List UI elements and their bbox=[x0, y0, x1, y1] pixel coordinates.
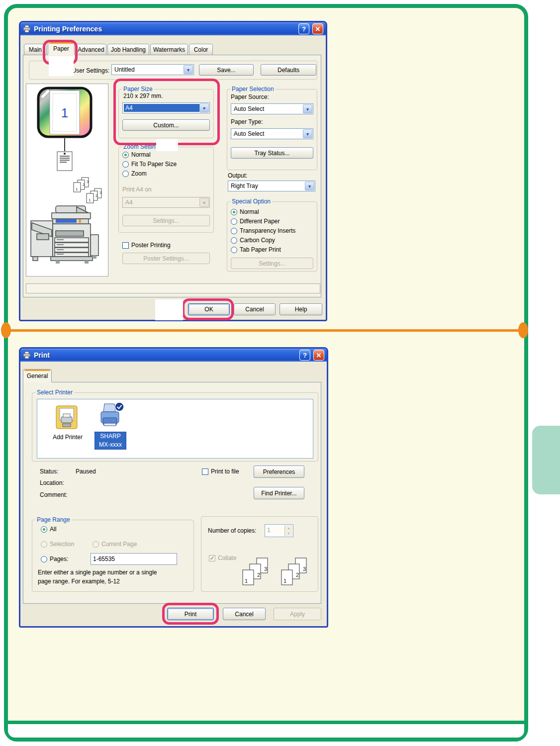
transparency-inserts-radio[interactable] bbox=[231, 228, 237, 234]
callout-erase-patch bbox=[156, 139, 178, 151]
preferences-button[interactable]: Preferences bbox=[254, 466, 304, 478]
poster-printing-checkbox[interactable] bbox=[122, 242, 129, 249]
ok-button[interactable]: OK bbox=[188, 303, 230, 315]
user-settings-combo[interactable]: Untitled ▾ bbox=[111, 64, 194, 75]
paper-type-combo[interactable]: Auto Select ▾ bbox=[231, 128, 313, 139]
page-range-legend: Page Range bbox=[37, 516, 70, 523]
spin-up-icon[interactable]: ▲ bbox=[287, 527, 290, 530]
paper-size-legend: Paper Size bbox=[123, 86, 153, 93]
zoom-radio[interactable] bbox=[122, 171, 129, 177]
collate-illustration: 3 2 1 3 2 1 bbox=[242, 557, 317, 592]
print-button[interactable]: Print bbox=[167, 608, 214, 620]
svg-text:2: 2 bbox=[257, 572, 260, 578]
callout-erase-patch-tab bbox=[49, 56, 74, 76]
output-combo[interactable]: Right Tray ▾ bbox=[228, 181, 315, 191]
zoom-setting-legend: Zoom Settin bbox=[123, 143, 156, 150]
add-printer-icon[interactable] bbox=[54, 404, 80, 432]
tab-main[interactable]: Main bbox=[24, 44, 47, 55]
chevron-down-icon: ▾ bbox=[199, 198, 209, 207]
zoom-normal-radio[interactable] bbox=[122, 152, 129, 158]
divider-left-dot bbox=[1, 322, 11, 338]
user-settings-value: Untitled bbox=[113, 66, 184, 74]
cancel-button[interactable]: Cancel bbox=[223, 608, 266, 620]
current-page-radio bbox=[93, 541, 99, 548]
special-normal-radio[interactable] bbox=[231, 209, 237, 215]
tab-color[interactable]: Color bbox=[189, 44, 213, 55]
paper-size-value: A4 bbox=[124, 104, 199, 112]
printer-illustration bbox=[27, 204, 101, 276]
copies-stepper[interactable]: 1 ▲ ▼ bbox=[265, 524, 293, 537]
pages-input[interactable]: 1-65535 bbox=[91, 553, 177, 565]
status-progress-bar bbox=[26, 283, 320, 293]
chevron-down-icon[interactable]: ▾ bbox=[303, 104, 312, 113]
zoom-label: Zoom bbox=[131, 170, 147, 177]
close-icon[interactable]: ✕ bbox=[312, 23, 323, 34]
defaults-button[interactable]: Defaults bbox=[261, 64, 316, 76]
fit-to-paper-radio[interactable] bbox=[122, 161, 129, 168]
tray-status-button[interactable]: Tray Status... bbox=[231, 147, 313, 159]
fit-to-paper-label: Fit To Paper Size bbox=[131, 161, 177, 168]
number-of-copies-label: Number of copies: bbox=[208, 527, 256, 534]
custom-button[interactable]: Custom... bbox=[122, 119, 210, 131]
dialog-title: Printing Preferences bbox=[34, 25, 102, 33]
paper-size-combo[interactable]: A4 ▾ bbox=[122, 102, 210, 113]
tab-paper-print-radio[interactable] bbox=[231, 247, 237, 253]
chevron-down-icon[interactable]: ▾ bbox=[303, 129, 312, 138]
chevron-down-icon[interactable]: ▾ bbox=[305, 182, 314, 190]
help-icon[interactable]: ? bbox=[299, 350, 310, 361]
callout-erase-patch-ok bbox=[155, 299, 183, 320]
different-paper-label: Different Paper bbox=[240, 218, 280, 225]
paper-source-value: Auto Select bbox=[232, 105, 303, 113]
print-a4-on-combo: A4 ▾ bbox=[122, 197, 210, 208]
svg-text:1: 1 bbox=[283, 578, 286, 584]
different-paper-radio[interactable] bbox=[231, 218, 237, 225]
chevron-down-icon[interactable]: ▾ bbox=[184, 65, 193, 74]
selection-radio bbox=[41, 541, 47, 548]
save-button[interactable]: Save... bbox=[199, 64, 254, 76]
sharp-printer-item[interactable]: SHARP MX-xxxx bbox=[94, 432, 126, 450]
tab-watermarks[interactable]: Watermarks bbox=[150, 44, 188, 55]
tab-paper-print-label: Tab Paper Print bbox=[240, 246, 281, 253]
add-printer-label[interactable]: Add Printer bbox=[43, 434, 93, 441]
spin-down-icon[interactable]: ▼ bbox=[287, 532, 290, 535]
location-label: Location: bbox=[40, 479, 64, 486]
print-to-file-checkbox[interactable] bbox=[202, 468, 208, 475]
special-normal-label: Normal bbox=[240, 208, 259, 215]
paper-source-combo[interactable]: Auto Select ▾ bbox=[231, 103, 313, 114]
current-page-label: Current Page bbox=[101, 541, 137, 548]
divider-right-dot bbox=[518, 322, 528, 338]
selection-label: Selection bbox=[50, 541, 74, 548]
special-settings-button: Settings... bbox=[231, 258, 313, 269]
tab-job-handling[interactable]: Job Handling bbox=[107, 44, 149, 55]
all-radio[interactable] bbox=[41, 526, 47, 533]
preview-rainbow-thumbnail: 1 bbox=[37, 87, 93, 140]
preview-page-number: 1 bbox=[61, 105, 68, 120]
cancel-button[interactable]: Cancel bbox=[234, 303, 276, 315]
pages-radio[interactable] bbox=[41, 556, 47, 562]
svg-text:2: 2 bbox=[95, 193, 98, 198]
print-a4-on-value: A4 bbox=[124, 198, 199, 206]
page-range-hint-line1: Enter either a single page number or a s… bbox=[38, 569, 157, 576]
svg-text:2: 2 bbox=[83, 183, 85, 187]
page-footer-strip bbox=[8, 721, 524, 738]
carbon-copy-radio[interactable] bbox=[231, 237, 237, 244]
close-icon[interactable]: ✕ bbox=[313, 350, 324, 361]
help-button[interactable]: Help bbox=[280, 303, 322, 315]
tab-general[interactable]: General bbox=[23, 369, 52, 382]
printer-icon bbox=[23, 25, 31, 33]
chevron-down-icon[interactable]: ▾ bbox=[199, 103, 209, 112]
sharp-printer-icon[interactable] bbox=[97, 402, 124, 432]
printer-icon bbox=[23, 351, 31, 359]
tab-advanced[interactable]: Advanced bbox=[76, 44, 106, 55]
poster-printing-label: Poster Printing bbox=[131, 242, 171, 249]
copies-value: 1 bbox=[267, 527, 271, 534]
svg-text:1: 1 bbox=[89, 198, 91, 202]
svg-text:3: 3 bbox=[264, 566, 267, 572]
svg-text:3: 3 bbox=[87, 180, 89, 184]
help-icon[interactable]: ? bbox=[298, 23, 309, 34]
transparency-inserts-label: Transparency Inserts bbox=[240, 227, 295, 234]
tab-paper[interactable]: Paper bbox=[48, 42, 75, 55]
svg-text:2: 2 bbox=[296, 572, 299, 578]
find-printer-button[interactable]: Find Printer... bbox=[254, 487, 304, 499]
paper-type-value: Auto Select bbox=[232, 130, 303, 138]
